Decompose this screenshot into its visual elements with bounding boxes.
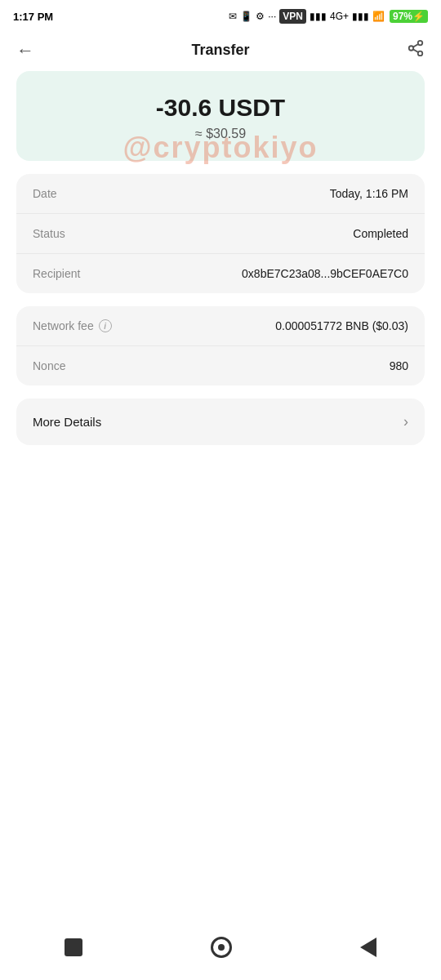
battery-icon: 97%⚡ <box>390 10 428 23</box>
network-fee-value: 0.000051772 BNB ($0.03) <box>275 319 408 332</box>
recipient-value: 0x8bE7C23a08...9bCEF0AE7C0 <box>242 267 408 280</box>
menu-dots-icon: ··· <box>268 11 276 22</box>
signal-icon: ▮▮▮ <box>310 11 327 22</box>
date-row: Date Today, 1:16 PM <box>16 174 425 214</box>
network-fee-row: Network fee i 0.000051772 BNB ($0.03) <box>16 306 425 346</box>
status-icons: ✉ 📱 ⚙ ··· VPN ▮▮▮ 4G+ ▮▮▮ 📶 97%⚡ <box>229 9 428 24</box>
nonce-value: 980 <box>390 359 408 372</box>
svg-line-4 <box>413 44 418 47</box>
wifi-icon: 📶 <box>372 11 385 22</box>
nonce-label: Nonce <box>33 359 65 372</box>
back-button[interactable]: ← <box>16 40 34 61</box>
status-bar: 1:17 PM ✉ 📱 ⚙ ··· VPN ▮▮▮ 4G+ ▮▮▮ 📶 97%⚡ <box>0 0 441 33</box>
hero-card: -30.6 USDT ≈ $30.59 <box>16 71 425 161</box>
fee-card: Network fee i 0.000051772 BNB ($0.03) No… <box>16 306 425 385</box>
triangle-back-icon <box>360 938 376 957</box>
network-fee-label: Network fee i <box>33 319 112 332</box>
nonce-row: Nonce 980 <box>16 346 425 385</box>
status-label: Status <box>33 227 65 240</box>
network-fee-text: Network fee <box>33 319 94 332</box>
transfer-amount: -30.6 USDT <box>33 94 408 122</box>
bottom-nav <box>0 923 441 980</box>
status-row: Status Completed <box>16 214 425 254</box>
status-value: Completed <box>353 227 408 240</box>
nav-home-button[interactable] <box>211 937 232 958</box>
more-details-label: More Details <box>33 415 101 429</box>
square-icon <box>65 938 82 956</box>
settings-icon: ⚙ <box>256 11 265 22</box>
chevron-right-icon: › <box>403 413 408 430</box>
whatsapp-icon: 📱 <box>240 11 252 22</box>
more-details-card[interactable]: More Details › <box>16 399 425 445</box>
signal-icon-2: ▮▮▮ <box>352 11 369 22</box>
transfer-amount-usd: ≈ $30.59 <box>33 127 408 141</box>
details-card: Date Today, 1:16 PM Status Completed Rec… <box>16 174 425 293</box>
nav-back-button[interactable] <box>360 938 376 957</box>
share-button[interactable] <box>407 39 425 61</box>
mail-icon: ✉ <box>229 11 237 22</box>
info-icon[interactable]: i <box>99 319 112 332</box>
circle-home-icon <box>211 937 232 958</box>
recipient-row: Recipient 0x8bE7C23a08...9bCEF0AE7C0 <box>16 254 425 293</box>
nav-square-button[interactable] <box>65 938 82 956</box>
vpn-badge: VPN <box>279 9 306 24</box>
nonce-text: Nonce <box>33 359 65 372</box>
network-type: 4G+ <box>330 11 349 22</box>
svg-line-3 <box>413 49 418 52</box>
page-title: Transfer <box>191 42 249 59</box>
top-nav: ← Transfer <box>0 33 441 71</box>
date-label: Date <box>33 187 57 200</box>
date-value: Today, 1:16 PM <box>330 187 408 200</box>
status-time: 1:17 PM <box>13 11 53 23</box>
recipient-label: Recipient <box>33 267 80 280</box>
